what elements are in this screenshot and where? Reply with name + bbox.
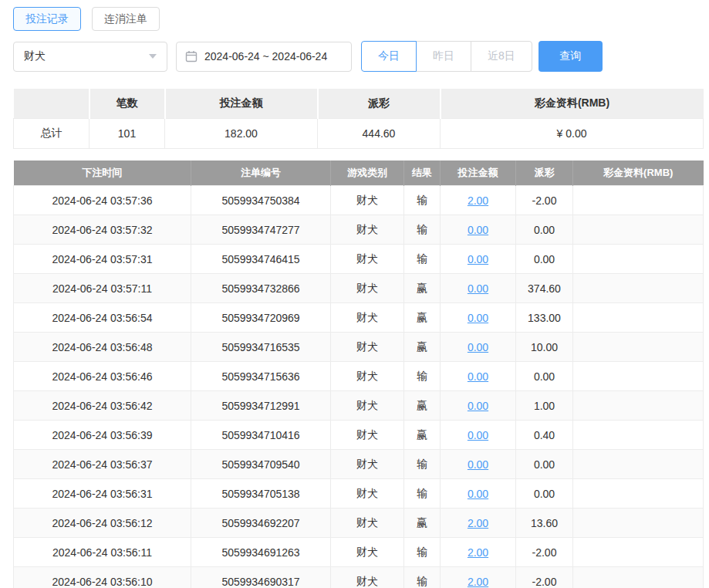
chevron-down-icon	[149, 54, 157, 59]
cell-bonus	[573, 245, 704, 274]
bet-amount-link[interactable]: 0.00	[468, 488, 488, 500]
cell-bet-time: 2024-06-24 03:56:37	[14, 450, 191, 479]
summary-bet-amount-value: 182.00	[165, 118, 318, 148]
table-row: 2024-06-24 03:56:375059934709540财犬输0.000…	[14, 450, 704, 479]
cell-game-type: 财犬	[331, 509, 404, 538]
cell-bet-amount: 0.00	[441, 245, 516, 274]
cell-game-type: 财犬	[331, 421, 404, 450]
cell-result: 赢	[404, 509, 441, 538]
search-button[interactable]: 查询	[539, 41, 603, 72]
cell-bet-amount: 0.00	[441, 333, 516, 362]
table-row: 2024-06-24 03:56:115059934691263财犬输2.00-…	[14, 538, 704, 567]
summary-header-count: 笔数	[89, 89, 165, 118]
cell-order-number: 5059934705138	[191, 479, 331, 509]
quick-btn-last-8-days[interactable]: 近8日	[471, 41, 532, 72]
cell-result: 输	[404, 245, 441, 274]
cell-order-number: 5059934691263	[191, 538, 331, 567]
bet-amount-link[interactable]: 2.00	[468, 194, 488, 207]
cell-bonus	[573, 509, 704, 538]
cell-bet-time: 2024-06-24 03:56:48	[14, 333, 191, 362]
date-range-value: 2024-06-24 ~ 2024-06-24	[204, 50, 327, 63]
cell-game-type: 财犬	[331, 567, 404, 588]
bet-amount-link[interactable]: 0.00	[468, 282, 488, 295]
cell-payout: 0.00	[516, 479, 573, 509]
cell-bet-amount: 0.00	[441, 362, 516, 391]
cell-game-type: 财犬	[331, 450, 404, 479]
cell-bet-time: 2024-06-24 03:56:54	[14, 303, 191, 333]
cell-result: 赢	[404, 421, 441, 450]
bet-amount-link[interactable]: 0.00	[468, 224, 488, 236]
cell-payout: 13.60	[516, 509, 573, 538]
tab-bet-records[interactable]: 投注记录	[13, 7, 81, 31]
game-select-value: 财犬	[24, 49, 46, 63]
table-row: 2024-06-24 03:56:465059934715636财犬输0.000…	[14, 362, 704, 391]
cell-bet-amount: 0.00	[441, 421, 516, 450]
cell-game-type: 财犬	[331, 215, 404, 245]
cell-result: 输	[404, 479, 441, 509]
cell-bonus	[573, 303, 704, 333]
bet-amount-link[interactable]: 0.00	[468, 341, 488, 353]
cell-payout: -2.00	[516, 567, 573, 588]
bet-amount-link[interactable]: 0.00	[468, 400, 488, 412]
tab-cancelled-orders[interactable]: 连消注单	[92, 7, 160, 31]
summary-header-bet-amount: 投注金额	[165, 89, 318, 118]
cell-bet-amount: 2.00	[441, 538, 516, 567]
cell-order-number: 5059934715636	[191, 362, 331, 391]
cell-bonus	[573, 450, 704, 479]
records-table-header-row: 下注时间注单编号游戏类别结果投注金额派彩彩金资料(RMB)	[14, 161, 704, 186]
cell-game-type: 财犬	[331, 362, 404, 391]
bet-amount-link[interactable]: 2.00	[468, 576, 488, 588]
column-header: 投注金额	[441, 161, 516, 186]
summary-table: 笔数 投注金额 派彩 彩金资料(RMB) 总计 101 182.00 444.6…	[13, 89, 704, 149]
quick-btn-today[interactable]: 今日	[361, 41, 417, 72]
cell-game-type: 财犬	[331, 245, 404, 274]
cell-result: 输	[404, 215, 441, 245]
table-row: 2024-06-24 03:57:315059934746415财犬输0.000…	[14, 245, 704, 274]
cell-bet-amount: 2.00	[441, 567, 516, 588]
table-row: 2024-06-24 03:56:125059934692207财犬赢2.001…	[14, 509, 704, 538]
table-row: 2024-06-24 03:56:425059934712991财犬赢0.001…	[14, 391, 704, 421]
cell-bonus	[573, 186, 704, 215]
cell-result: 输	[404, 567, 441, 588]
bet-amount-link[interactable]: 2.00	[468, 517, 488, 529]
game-select[interactable]: 财犬	[13, 42, 167, 72]
cell-bet-time: 2024-06-24 03:57:36	[14, 186, 191, 215]
column-header: 结果	[404, 161, 441, 186]
cell-result: 输	[404, 186, 441, 215]
bet-amount-link[interactable]: 0.00	[468, 253, 488, 265]
column-header: 下注时间	[14, 161, 191, 186]
bet-amount-link[interactable]: 0.00	[468, 312, 488, 324]
cell-order-number: 5059934747277	[191, 215, 331, 245]
cell-order-number: 5059934709540	[191, 450, 331, 479]
bet-amount-link[interactable]: 2.00	[468, 546, 488, 559]
cell-bet-time: 2024-06-24 03:56:12	[14, 509, 191, 538]
column-header: 彩金资料(RMB)	[573, 161, 704, 186]
calendar-icon	[185, 50, 198, 63]
quick-btn-yesterday[interactable]: 昨日	[416, 41, 471, 72]
cell-bet-time: 2024-06-24 03:56:11	[14, 538, 191, 567]
cell-game-type: 财犬	[331, 274, 404, 303]
column-header: 派彩	[516, 161, 573, 186]
quick-date-group: 今日 昨日 近8日	[361, 41, 532, 72]
bet-amount-link[interactable]: 0.00	[468, 370, 488, 383]
bet-amount-link[interactable]: 0.00	[468, 429, 488, 441]
cell-payout: -2.00	[516, 538, 573, 567]
cell-result: 赢	[404, 303, 441, 333]
cell-game-type: 财犬	[331, 391, 404, 421]
bet-amount-link[interactable]: 0.00	[468, 458, 488, 471]
cell-bonus	[573, 362, 704, 391]
cell-order-number: 5059934690317	[191, 567, 331, 588]
cell-payout: 0.00	[516, 245, 573, 274]
cell-bonus	[573, 391, 704, 421]
cell-result: 赢	[404, 274, 441, 303]
cell-game-type: 财犬	[331, 479, 404, 509]
cell-payout: 0.00	[516, 450, 573, 479]
date-range-input[interactable]: 2024-06-24 ~ 2024-06-24	[176, 42, 352, 72]
cell-payout: 10.00	[516, 333, 573, 362]
cell-game-type: 财犬	[331, 303, 404, 333]
records-table: 下注时间注单编号游戏类别结果投注金额派彩彩金资料(RMB) 2024-06-24…	[13, 161, 704, 588]
summary-bonus-value: ¥ 0.00	[441, 118, 704, 148]
column-header: 游戏类别	[331, 161, 404, 186]
cell-bonus	[573, 479, 704, 509]
cell-payout: -2.00	[516, 186, 573, 215]
